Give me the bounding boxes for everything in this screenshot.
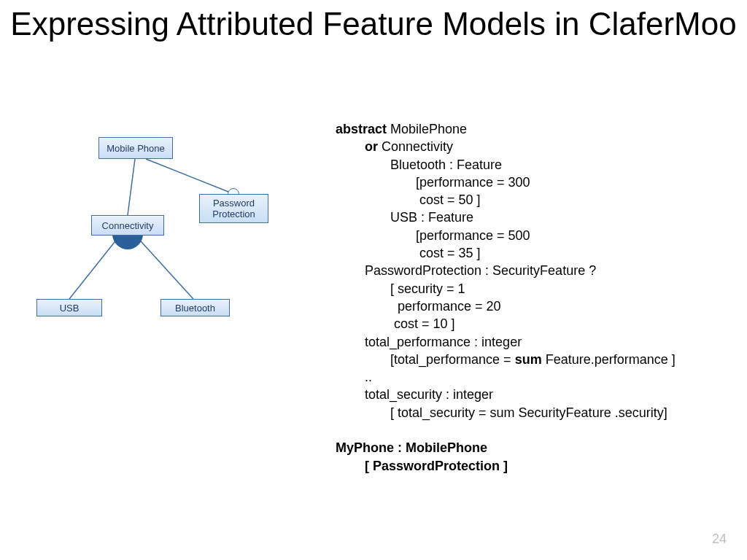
code-text: USB : Feature bbox=[390, 210, 473, 225]
node-label: USB bbox=[60, 303, 80, 314]
svg-line-0 bbox=[128, 159, 135, 215]
code-text: Connectivity bbox=[378, 139, 453, 154]
code-text: .. bbox=[365, 370, 372, 384]
code-text: PasswordProtection : SecurityFeature ? bbox=[365, 263, 596, 278]
svg-line-3 bbox=[135, 235, 193, 299]
node-label: Password Protection bbox=[204, 198, 263, 219]
node-label: Connectivity bbox=[102, 220, 154, 231]
node-usb: USB bbox=[36, 299, 102, 316]
code-text: [performance = 300 bbox=[416, 175, 530, 190]
code-text: Feature.performance ] bbox=[542, 352, 676, 367]
clafer-code: abstract MobilePhone or Connectivity Blu… bbox=[336, 120, 729, 475]
code-text: [performance = 500 bbox=[416, 228, 530, 243]
svg-line-1 bbox=[146, 159, 232, 193]
page-number: 24 bbox=[712, 532, 727, 547]
kw-sum: sum bbox=[515, 352, 542, 367]
node-bluetooth: Bluetooth bbox=[160, 299, 230, 316]
code-text: cost = 35 ] bbox=[416, 246, 481, 260]
code-text: MobilePhone bbox=[387, 122, 467, 136]
node-label: Mobile Phone bbox=[107, 143, 165, 154]
kw-or: or bbox=[365, 139, 378, 154]
node-label: Bluetooth bbox=[175, 303, 215, 314]
code-text: MyPhone : MobilePhone bbox=[336, 440, 487, 455]
node-password-protection: Password Protection bbox=[199, 194, 268, 223]
node-mobile-phone: Mobile Phone bbox=[98, 137, 173, 159]
slide: Expressing Attributed Feature Models in … bbox=[0, 0, 747, 560]
code-text: [total_performance = bbox=[390, 352, 515, 367]
code-text: Bluetooth : Feature bbox=[390, 158, 502, 172]
code-text: cost = 50 ] bbox=[416, 192, 481, 207]
code-text: total_security : integer bbox=[365, 387, 493, 402]
code-text: performance = 20 bbox=[390, 299, 501, 314]
svg-line-2 bbox=[69, 235, 120, 299]
kw-abstract: abstract bbox=[336, 122, 387, 136]
code-text: total_performance : integer bbox=[365, 335, 522, 349]
code-text: [ security = 1 bbox=[390, 281, 465, 296]
code-text: cost = 10 ] bbox=[390, 316, 455, 331]
code-text: [ PasswordProtection ] bbox=[365, 459, 508, 473]
slide-title: Expressing Attributed Feature Models in … bbox=[0, 6, 747, 43]
code-text: [ total_security = sum SecurityFeature .… bbox=[390, 405, 667, 420]
feature-diagram: Mobile Phone Connectivity Password Prote… bbox=[29, 124, 292, 343]
node-connectivity: Connectivity bbox=[91, 215, 164, 236]
